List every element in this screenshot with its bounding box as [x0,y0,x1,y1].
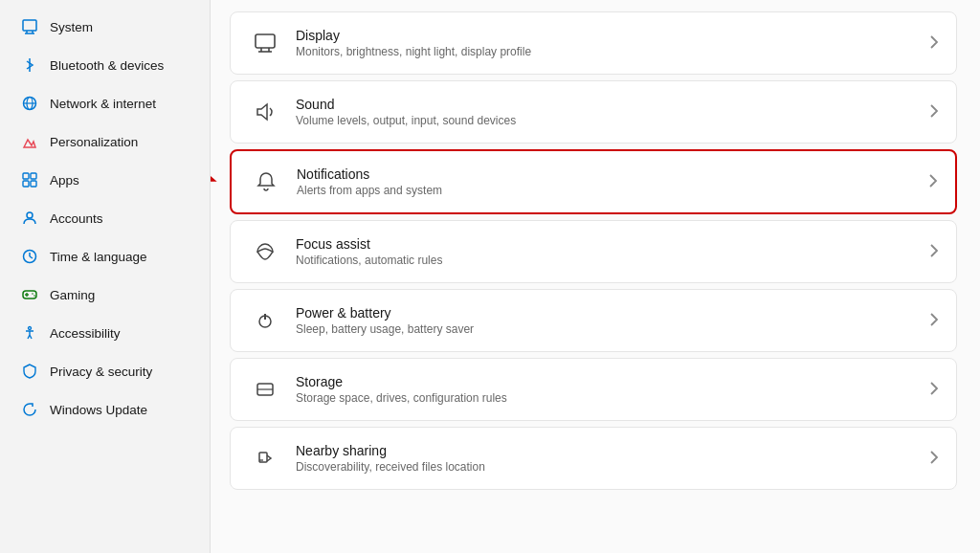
sidebar-item-label-system: System [50,20,93,34]
power-settings-icon [248,303,282,338]
sidebar-item-network[interactable]: Network & internet [6,85,204,122]
svg-rect-22 [256,34,275,48]
sidebar: SystemBluetooth & devicesNetwork & inter… [0,0,211,553]
svg-point-19 [32,293,33,295]
sidebar-item-label-apps: Apps [50,173,79,188]
sidebar-item-personalization[interactable]: Personalization [6,123,204,160]
sidebar-item-label-bluetooth: Bluetooth & devices [50,58,164,73]
main-content: DisplayMonitors, brightness, night light… [211,0,980,553]
network-icon [21,95,38,112]
personalization-icon [21,133,38,150]
gaming-icon [21,286,38,303]
sidebar-item-time[interactable]: Time & language [6,238,204,275]
svg-line-15 [30,256,33,258]
system-icon [21,18,38,35]
sidebar-item-label-personalization: Personalization [50,135,138,149]
sound-text-group: SoundVolume levels, output, input, sound… [296,97,922,127]
settings-row-nearby[interactable]: Nearby sharingDiscoverability, received … [230,427,957,490]
notifications-title: Notifications [297,166,921,182]
display-title: Display [296,28,922,43]
power-text-group: Power & batterySleep, battery usage, bat… [296,305,922,336]
display-description: Monitors, brightness, night light, displ… [296,45,922,58]
svg-point-21 [29,327,32,330]
sidebar-item-accounts[interactable]: Accounts [6,200,204,236]
nearby-settings-icon [248,441,282,476]
sidebar-item-label-accounts: Accounts [50,211,103,226]
nearby-chevron-icon [929,450,939,468]
sound-description: Volume levels, output, input, sound devi… [296,114,922,127]
sidebar-item-label-gaming: Gaming [50,288,95,302]
settings-row-storage[interactable]: StorageStorage space, drives, configurat… [230,358,957,421]
sound-title: Sound [296,97,922,112]
notifications-text-group: NotificationsAlerts from apps and system [297,166,921,197]
red-arrow [211,161,222,203]
focus-chevron-icon [929,243,939,261]
svg-rect-11 [31,181,36,187]
focus-text-group: Focus assistNotifications, automatic rul… [296,236,922,267]
nearby-description: Discoverability, received files location [296,460,922,474]
sidebar-item-system[interactable]: System [6,9,204,45]
privacy-icon [21,363,38,380]
notifications-chevron-icon [928,173,938,191]
time-icon [21,248,38,265]
bluetooth-icon [21,56,38,74]
apps-icon [21,171,38,188]
sidebar-item-accessibility[interactable]: Accessibility [6,315,204,351]
sidebar-item-gaming[interactable]: Gaming [6,276,204,313]
svg-rect-9 [31,173,36,179]
svg-point-20 [33,295,35,297]
storage-chevron-icon [929,381,939,399]
update-icon [21,401,38,418]
settings-row-notifications[interactable]: NotificationsAlerts from apps and system [230,149,957,214]
storage-description: Storage space, drives, configuration rul… [296,391,922,405]
svg-point-12 [27,212,33,218]
display-chevron-icon [929,34,939,53]
sidebar-item-label-network: Network & internet [50,97,156,111]
accounts-icon [21,210,38,227]
nearby-text-group: Nearby sharingDiscoverability, received … [296,443,922,474]
sound-chevron-icon [929,103,939,122]
sidebar-item-apps[interactable]: Apps [6,162,204,198]
sidebar-item-label-time: Time & language [50,250,147,264]
settings-row-focus[interactable]: Focus assistNotifications, automatic rul… [230,220,957,283]
svg-rect-0 [23,20,36,31]
focus-title: Focus assist [296,236,922,252]
power-title: Power & battery [296,305,922,321]
notifications-description: Alerts from apps and system [297,184,921,197]
storage-text-group: StorageStorage space, drives, configurat… [296,374,922,405]
power-description: Sleep, battery usage, battery saver [296,322,922,336]
settings-row-sound[interactable]: SoundVolume levels, output, input, sound… [230,80,957,144]
notifications-settings-icon [249,165,283,199]
settings-list: DisplayMonitors, brightness, night light… [230,11,957,490]
svg-marker-26 [257,104,267,120]
sidebar-item-privacy[interactable]: Privacy & security [6,353,204,389]
display-settings-icon [248,26,282,60]
settings-row-display[interactable]: DisplayMonitors, brightness, night light… [230,11,957,75]
settings-row-power[interactable]: Power & batterySleep, battery usage, bat… [230,289,957,352]
sidebar-item-label-update: Windows Update [50,403,147,417]
power-chevron-icon [929,312,939,330]
sidebar-item-label-privacy: Privacy & security [50,365,152,379]
display-text-group: DisplayMonitors, brightness, night light… [296,28,922,58]
sidebar-item-update[interactable]: Windows Update [6,391,204,428]
nearby-title: Nearby sharing [296,443,922,458]
svg-rect-8 [23,173,29,179]
sidebar-item-label-accessibility: Accessibility [50,326,121,341]
accessibility-icon [21,324,38,342]
sidebar-item-bluetooth[interactable]: Bluetooth & devices [6,47,204,83]
sound-settings-icon [248,95,282,129]
storage-settings-icon [248,372,282,407]
focus-description: Notifications, automatic rules [296,254,922,267]
svg-rect-10 [23,181,29,187]
storage-title: Storage [296,374,922,389]
focus-settings-icon [248,234,282,269]
